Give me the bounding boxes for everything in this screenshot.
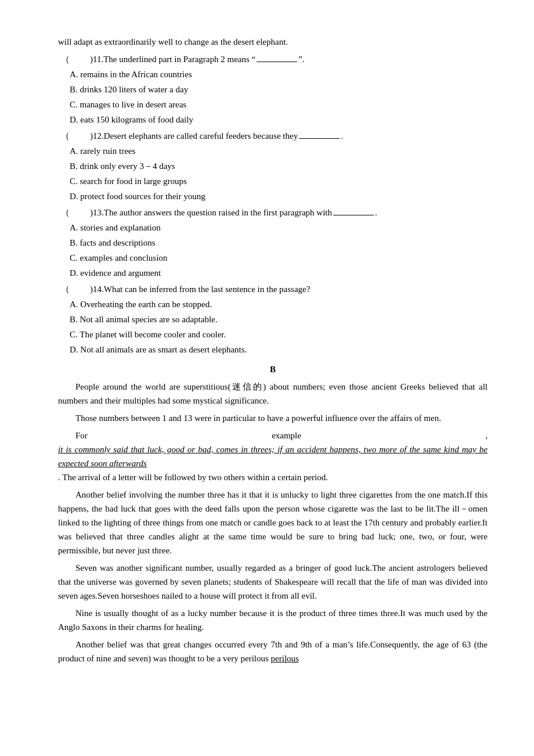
q11-option-a: A. remains in the African countries	[70, 67, 488, 81]
q14-text: )14.What can be inferred from the last s…	[90, 282, 310, 296]
q13-option-b: B. facts and descriptions	[70, 236, 488, 250]
question-11-header: （ )11.The underlined part in Paragraph 2…	[58, 52, 488, 66]
paren-open-13: （	[58, 206, 90, 219]
question-14-header: （ )14.What can be inferred from the last…	[58, 282, 488, 296]
paren-open-14: （	[58, 282, 90, 296]
section-b-for-example: For example ,	[58, 429, 488, 442]
q12-option-a: A. rarely ruin trees	[70, 144, 488, 158]
q11-option-d: D. eats 150 kilograms of food daily	[70, 113, 488, 127]
question-14: （ )14.What can be inferred from the last…	[58, 282, 488, 357]
section-b-title: B	[58, 362, 488, 376]
q12-text: )12.Desert elephants are called careful …	[90, 129, 343, 143]
question-12-header: （ )12.Desert elephants are called carefu…	[58, 129, 488, 143]
q11-option-c: C. manages to live in desert areas	[70, 98, 488, 111]
section-b-after-italics: . The arrival of a letter will be follow…	[58, 470, 488, 484]
q14-option-b: B. Not all animal species are so adaptab…	[70, 312, 488, 326]
q14-option-d: D. Not all animals are as smart as deser…	[70, 343, 488, 357]
q13-option-a: A. stories and explanation	[70, 221, 488, 235]
q13-blank	[333, 215, 374, 215]
section-b-para-8: Another belief was that great changes oc…	[58, 638, 488, 665]
q11-blank	[257, 62, 297, 62]
question-13-header: （ )13.The author answers the question ra…	[58, 206, 488, 219]
q14-option-c: C. The planet will become cooler and coo…	[70, 327, 488, 341]
q11-text: )11.The underlined part in Paragraph 2 m…	[90, 52, 305, 66]
question-13: （ )13.The author answers the question ra…	[58, 206, 488, 280]
section-b-para-7: Nine is usually thought of as a lucky nu…	[58, 606, 488, 634]
paren-open-12: （	[58, 129, 90, 143]
q12-blank	[299, 138, 340, 139]
q12-option-b: B. drink only every 3－4 days	[70, 159, 488, 173]
question-11: （ )11.The underlined part in Paragraph 2…	[58, 52, 488, 127]
paren-open-11: （	[58, 52, 90, 66]
intro-line: will adapt as extraordinarily well to ch…	[58, 35, 488, 49]
section-b-para-2: Those numbers between 1 and 13 were in p…	[58, 411, 488, 425]
perilous-underline: perilous	[271, 654, 299, 663]
q12-option-c: C. search for food in large groups	[70, 174, 488, 188]
question-12: （ )12.Desert elephants are called carefu…	[58, 129, 488, 203]
q13-option-c: C. examples and conclusion	[70, 251, 488, 265]
section-b-para-1: People around the world are superstitiou…	[58, 380, 488, 408]
q11-option-b: B. drinks 120 liters of water a day	[70, 82, 488, 96]
q12-option-d: D. protect food sources for their young	[70, 189, 488, 203]
section-b-para-5: Another belief involving the number thre…	[58, 488, 488, 557]
section-b-italics-block: it is commonly said that luck, good or b…	[58, 442, 488, 470]
section-b-para-6: Seven was another significant number, us…	[58, 561, 488, 603]
q13-option-d: D. evidence and argument	[70, 266, 488, 280]
q14-option-a: A. Overheating the earth can be stopped.	[70, 297, 488, 311]
q13-text: )13.The author answers the question rais…	[90, 206, 377, 219]
